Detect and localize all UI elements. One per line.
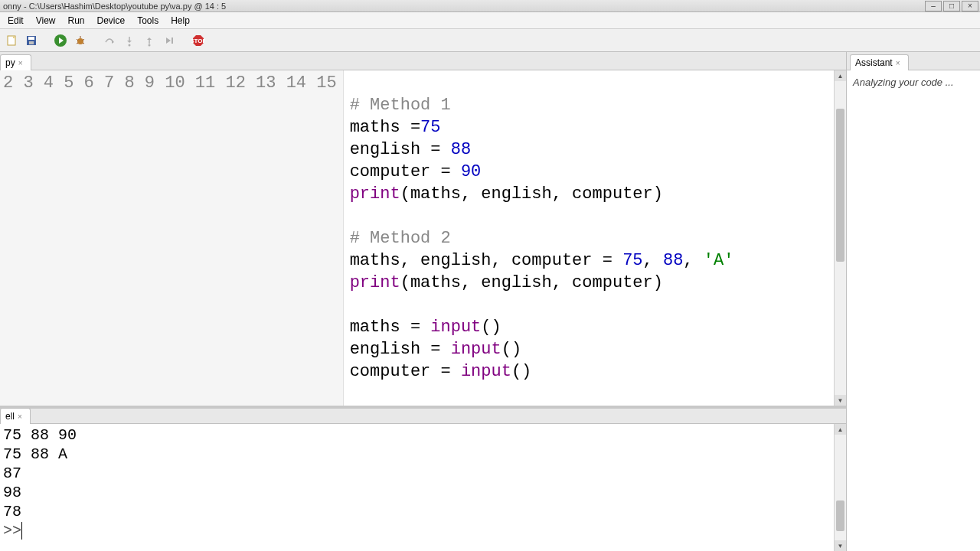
svg-text:STOP: STOP: [191, 37, 205, 44]
menu-run[interactable]: Run: [61, 14, 90, 28]
shell-tabs: ell ×: [0, 409, 846, 424]
close-icon[interactable]: ×: [18, 412, 22, 421]
assistant-tabs: Assistant ×: [847, 52, 980, 70]
scroll-up-icon[interactable]: ▲: [835, 70, 846, 81]
assistant-tab[interactable]: Assistant ×: [850, 54, 909, 70]
menu-view[interactable]: View: [30, 14, 62, 28]
svg-rect-2: [28, 37, 34, 40]
close-icon[interactable]: ×: [896, 59, 900, 67]
debug-icon[interactable]: [72, 32, 89, 49]
svg-line-9: [77, 43, 78, 44]
maximize-button[interactable]: □: [943, 1, 960, 11]
step-over-icon[interactable]: [101, 32, 118, 49]
scroll-down-icon[interactable]: ▼: [835, 395, 846, 406]
svg-line-8: [83, 39, 84, 41]
menu-tools[interactable]: Tools: [131, 14, 165, 28]
shell-tab-label: ell: [5, 411, 15, 422]
shell-panel: ell × 75 88 9075 88 A879878>> ▲ ▼: [0, 406, 846, 551]
resume-icon[interactable]: [161, 32, 178, 49]
minimize-button[interactable]: –: [925, 1, 942, 11]
editor-tabs: py ×: [0, 52, 846, 70]
assistant-message: Analyzing your code ...: [847, 70, 980, 551]
svg-rect-13: [172, 37, 173, 44]
assistant-tab-label: Assistant: [855, 57, 893, 68]
svg-point-12: [149, 44, 151, 46]
menu-bar: Edit View Run Device Tools Help: [0, 12, 980, 29]
shell-tab[interactable]: ell ×: [0, 408, 31, 424]
code-content[interactable]: # Method 1maths =75english = 88computer …: [344, 70, 834, 406]
svg-rect-3: [29, 41, 34, 44]
close-window-button[interactable]: ×: [962, 1, 978, 11]
scroll-thumb[interactable]: [836, 500, 844, 531]
title-bar: onny - C:\Users\Hashim\Desktop\youtube p…: [0, 0, 980, 12]
svg-line-7: [77, 39, 78, 41]
svg-line-10: [83, 43, 84, 44]
menu-help[interactable]: Help: [165, 14, 196, 28]
stop-icon[interactable]: STOP: [190, 32, 207, 49]
step-out-icon[interactable]: [141, 32, 158, 49]
scroll-down-icon[interactable]: ▼: [835, 540, 846, 551]
window-controls: – □ ×: [925, 1, 978, 11]
shell-output[interactable]: 75 88 9075 88 A879878>> ▲ ▼: [0, 424, 846, 551]
editor-tab-label: py: [5, 57, 15, 68]
step-into-icon[interactable]: [121, 32, 138, 49]
close-icon[interactable]: ×: [18, 59, 23, 67]
line-gutter: 2 3 4 5 6 7 8 9 10 11 12 13 14 15: [0, 70, 344, 406]
shell-scrollbar[interactable]: ▲ ▼: [834, 424, 846, 551]
menu-edit[interactable]: Edit: [2, 14, 30, 28]
run-icon[interactable]: [52, 32, 69, 49]
svg-point-5: [77, 38, 83, 44]
assistant-panel: Assistant × Analyzing your code ...: [846, 52, 980, 551]
svg-point-11: [129, 44, 131, 46]
save-icon[interactable]: [23, 32, 40, 49]
menu-device[interactable]: Device: [91, 14, 132, 28]
editor-tab[interactable]: py ×: [0, 54, 31, 70]
toolbar: STOP: [0, 29, 980, 52]
new-file-icon[interactable]: [3, 32, 20, 49]
scroll-up-icon[interactable]: ▲: [835, 424, 846, 435]
shell-text[interactable]: 75 88 9075 88 A879878>>: [0, 424, 834, 551]
editor-scrollbar[interactable]: ▲ ▼: [834, 70, 846, 406]
window-title: onny - C:\Users\Hashim\Desktop\youtube p…: [3, 2, 226, 11]
scroll-thumb[interactable]: [836, 109, 844, 262]
code-editor[interactable]: 2 3 4 5 6 7 8 9 10 11 12 13 14 15 # Meth…: [0, 70, 846, 406]
